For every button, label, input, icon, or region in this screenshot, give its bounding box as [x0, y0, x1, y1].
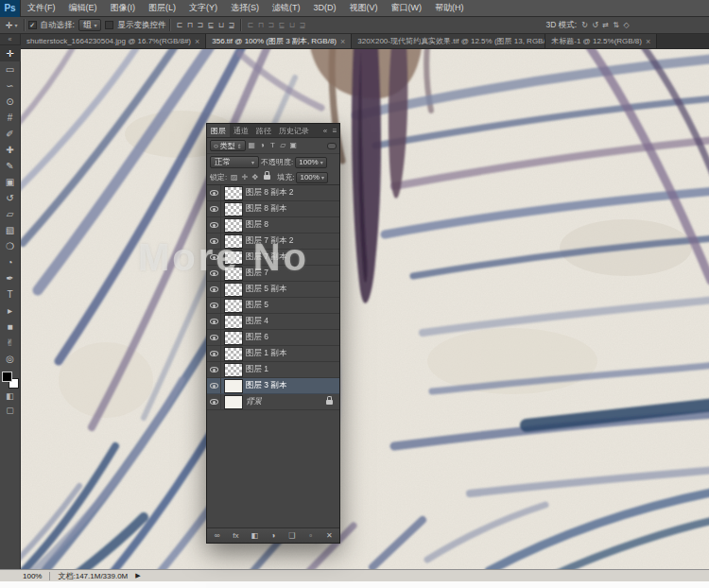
canvas-area[interactable]: [21, 49, 709, 569]
blend-mode-dropdown[interactable]: 正常 ▾: [210, 156, 259, 168]
align-h-center-icon[interactable]: ⊓: [184, 20, 195, 31]
layer-row[interactable]: 图层 8: [207, 217, 339, 233]
orbit-3d-icon[interactable]: ↻: [579, 20, 590, 31]
adjustment-layer-icon[interactable]: ◑: [268, 530, 278, 542]
menu-item[interactable]: 图像(I): [104, 0, 143, 16]
quick-selection-tool[interactable]: ⊙: [0, 94, 21, 110]
panel-menu-icon[interactable]: ≡: [330, 124, 339, 137]
move-tool[interactable]: ✛: [0, 45, 21, 61]
marquee-tool[interactable]: ▭: [0, 61, 21, 78]
document-tab[interactable]: 未标题-1 @ 12.5%(RGB/8)×: [545, 34, 657, 48]
distribute-v-center-icon[interactable]: ⊓: [255, 20, 266, 31]
panel-tab-路径[interactable]: 路径: [252, 124, 275, 137]
layer-row[interactable]: 图层 8 副本: [207, 201, 339, 217]
visibility-toggle[interactable]: [207, 250, 221, 265]
auto-select-dropdown[interactable]: 组 ▾: [78, 19, 102, 31]
lock-transparent-icon[interactable]: ▨: [229, 172, 239, 183]
layer-row[interactable]: 图层 4: [207, 314, 339, 330]
healing-brush-tool[interactable]: ✚: [0, 142, 21, 158]
lock-all-icon[interactable]: [264, 175, 270, 180]
blur-tool[interactable]: ❍: [0, 238, 21, 254]
tab-close-icon[interactable]: ×: [646, 37, 650, 46]
panel-tab-历史记录[interactable]: 历史记录: [275, 124, 313, 137]
crop-tool[interactable]: #: [0, 110, 21, 126]
opacity-field[interactable]: 100% ▾: [295, 157, 326, 168]
filter-toggle[interactable]: [327, 143, 337, 149]
distribute-right-icon[interactable]: ⊒: [297, 20, 307, 31]
layer-row[interactable]: 图层 7 副本 2: [207, 233, 339, 250]
filter-adjustment-layers-icon[interactable]: ◑: [257, 140, 268, 151]
lasso-tool[interactable]: ∽: [0, 78, 21, 94]
align-top-icon[interactable]: ⊑: [205, 20, 216, 31]
filter-pixel-layers-icon[interactable]: ▦: [247, 140, 257, 151]
visibility-toggle[interactable]: [207, 298, 221, 313]
visibility-toggle[interactable]: [207, 282, 221, 297]
layer-row[interactable]: 图层 5 副本: [207, 282, 339, 298]
slide-3d-icon[interactable]: ⇅: [611, 20, 621, 31]
layer-row[interactable]: 图层 1 副本: [207, 346, 339, 362]
lock-pixels-icon[interactable]: ✛: [239, 172, 250, 183]
layer-row[interactable]: 图层 3 副本: [207, 378, 339, 394]
current-tool-badge[interactable]: ✛ ▾: [4, 21, 20, 30]
panel-collapse-icon[interactable]: «: [320, 124, 330, 137]
new-group-icon[interactable]: ❑: [286, 530, 297, 542]
menu-item[interactable]: 滤镜(T): [266, 0, 307, 16]
menu-item[interactable]: 3D(D): [307, 0, 343, 16]
pan-3d-icon[interactable]: ⇄: [600, 20, 611, 31]
type-tool[interactable]: T: [0, 286, 21, 303]
align-left-icon[interactable]: ⊏: [174, 20, 184, 31]
zoom-field[interactable]: 100%: [23, 572, 42, 580]
document-tab[interactable]: shutterstock_1664230504.jpg @ 16.7%(RGB/…: [21, 34, 206, 48]
distribute-left-icon[interactable]: ⊑: [276, 20, 286, 31]
dodge-tool[interactable]: ◔: [0, 254, 21, 270]
menu-item[interactable]: 选择(S): [224, 0, 266, 16]
layer-row[interactable]: 图层 7: [207, 266, 339, 282]
document-tab[interactable]: 356.tif @ 100% (图层 3 副本, RGB/8)×: [206, 34, 352, 48]
show-transform-checkbox[interactable]: [105, 21, 113, 29]
pen-tool[interactable]: ✒: [0, 270, 21, 286]
tab-close-icon[interactable]: ×: [195, 37, 199, 46]
visibility-toggle[interactable]: [207, 362, 221, 377]
layer-row[interactable]: 图层 7 副本: [207, 250, 339, 266]
document-tab[interactable]: 320X200-现代简约真实效果.tif @ 12.5% (图层 13, RGB…: [352, 34, 545, 48]
filter-type-layers-icon[interactable]: T: [268, 140, 278, 151]
menu-item[interactable]: 文字(Y): [182, 0, 224, 16]
menu-item[interactable]: 图层(L): [142, 0, 182, 16]
menu-item[interactable]: 文件(F): [21, 0, 62, 16]
visibility-toggle[interactable]: [207, 346, 221, 361]
menu-item[interactable]: 编辑(E): [62, 0, 104, 16]
link-layers-icon[interactable]: ∞: [212, 530, 222, 542]
quick-mask-icon[interactable]: ◧: [0, 389, 21, 403]
screen-mode-icon[interactable]: ▢: [0, 403, 21, 417]
gradient-tool[interactable]: ▧: [0, 222, 21, 238]
hand-tool[interactable]: ✌: [0, 335, 21, 351]
layer-row[interactable]: 图层 1: [207, 362, 339, 378]
visibility-toggle[interactable]: [207, 233, 221, 249]
eyedropper-tool[interactable]: ✐: [0, 126, 21, 142]
shape-tool[interactable]: ■: [0, 319, 21, 335]
layer-row[interactable]: 背景: [207, 394, 339, 410]
add-mask-icon[interactable]: ◧: [250, 530, 260, 542]
align-bottom-icon[interactable]: ⊒: [226, 20, 236, 31]
fill-field[interactable]: 100% ▾: [296, 172, 327, 183]
layer-style-icon[interactable]: fx: [231, 530, 241, 542]
distribute-h-center-icon[interactable]: ⊔: [286, 20, 297, 31]
layer-row[interactable]: 图层 8 副本 2: [207, 185, 339, 201]
path-selection-tool[interactable]: ▸: [0, 303, 21, 319]
visibility-toggle[interactable]: [207, 378, 221, 393]
clone-stamp-tool[interactable]: ▣: [0, 174, 21, 190]
brush-tool[interactable]: ✎: [0, 158, 21, 174]
visibility-toggle[interactable]: [207, 185, 221, 200]
eraser-tool[interactable]: ▱: [0, 206, 21, 222]
panel-tab-图层[interactable]: 图层: [207, 124, 230, 137]
distribute-bottom-icon[interactable]: ⊐: [266, 20, 276, 31]
visibility-toggle[interactable]: [207, 314, 221, 329]
align-v-center-icon[interactable]: ⊔: [216, 20, 226, 31]
lock-position-icon[interactable]: ✥: [250, 172, 260, 183]
scale-3d-icon[interactable]: ◇: [621, 20, 631, 31]
visibility-toggle[interactable]: [207, 394, 221, 409]
history-brush-tool[interactable]: ↺: [0, 190, 21, 206]
layer-row[interactable]: 图层 6: [207, 330, 339, 346]
layer-row[interactable]: 图层 5: [207, 298, 339, 314]
auto-select-checkbox[interactable]: ✓: [28, 21, 37, 29]
